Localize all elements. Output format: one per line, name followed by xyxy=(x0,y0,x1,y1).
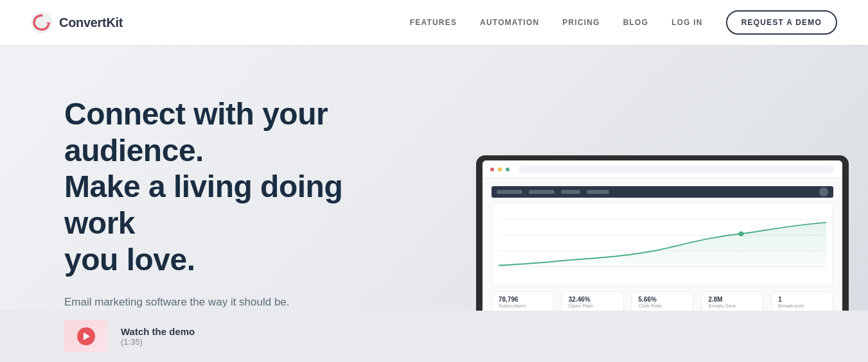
svg-point-6 xyxy=(738,231,743,236)
screen-chart xyxy=(492,203,833,286)
navbar: ConvertKit FEATURES AUTOMATION PRICING B… xyxy=(0,0,868,45)
app-nav-item xyxy=(561,190,580,194)
screen-content: 78,796 Subscribers 32.46% Open Rate 5.66… xyxy=(483,178,842,315)
dot-2 xyxy=(498,168,502,171)
stat-broadcasts: 1 Broadcasts xyxy=(771,291,833,313)
app-nav-item xyxy=(529,190,554,194)
hero-heading: Connect with your audience. Make a livin… xyxy=(64,96,398,278)
app-nav-item xyxy=(587,190,609,194)
screen-stats: 78,796 Subscribers 32.46% Open Rate 5.66… xyxy=(492,291,833,313)
laptop-screen-outer: 78,796 Subscribers 32.46% Open Rate 5.66… xyxy=(476,155,849,315)
demo-thumbnail[interactable] xyxy=(64,320,108,352)
app-nav-item xyxy=(497,190,522,194)
laptop-mockup: 78,796 Subscribers 32.46% Open Rate 5.66… xyxy=(476,155,849,323)
logo-icon xyxy=(31,12,53,33)
avatar-icon xyxy=(819,187,828,196)
nav-login[interactable]: LOG IN xyxy=(671,18,703,27)
logo[interactable]: ConvertKit xyxy=(31,12,123,33)
stat-subscribers: 78,796 Subscribers xyxy=(492,291,554,313)
logo-text: ConvertKit xyxy=(59,15,123,30)
address-bar xyxy=(518,166,835,173)
app-nav xyxy=(492,186,833,198)
nav-pricing[interactable]: PRICING xyxy=(562,18,599,27)
laptop-screen: 78,796 Subscribers 32.46% Open Rate 5.66… xyxy=(483,160,842,315)
demo-thumb-bg xyxy=(64,320,108,352)
screen-topbar xyxy=(483,160,842,178)
request-demo-button[interactable]: REQUEST A DEMO xyxy=(726,10,837,35)
nav-blog[interactable]: BLOG xyxy=(623,18,648,27)
demo-title[interactable]: Watch the demo xyxy=(121,326,195,337)
demo-bar: Watch the demo (1:35) xyxy=(0,311,868,362)
play-triangle xyxy=(84,332,90,340)
play-button-icon[interactable] xyxy=(77,327,95,345)
demo-info: Watch the demo (1:35) xyxy=(121,326,195,347)
nav-links: FEATURES AUTOMATION PRICING BLOG LOG IN … xyxy=(410,10,837,35)
demo-duration: (1:35) xyxy=(121,337,195,347)
chart-svg xyxy=(499,210,826,279)
hero-subtext: Email marketing software the way it shou… xyxy=(64,296,398,309)
hero-section: Connect with your audience. Make a livin… xyxy=(0,45,868,362)
nav-automation[interactable]: AUTOMATION xyxy=(480,18,539,27)
nav-features[interactable]: FEATURES xyxy=(410,18,457,27)
dot-3 xyxy=(506,168,509,171)
stat-emails-sent: 2.8M Emails Sent xyxy=(701,291,763,313)
stat-open-rate: 32.46% Open Rate xyxy=(562,291,624,313)
dot-1 xyxy=(490,168,494,171)
stat-click-rate: 5.66% Click Rate xyxy=(632,291,694,313)
